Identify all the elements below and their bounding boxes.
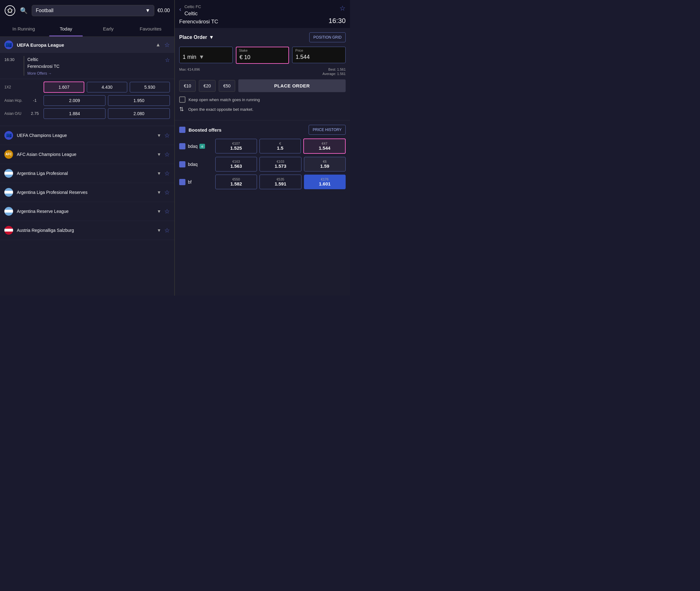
offer-2-checkbox[interactable]	[179, 179, 186, 185]
arg-reserves-star-icon[interactable]: ☆	[164, 189, 170, 196]
odds-section: 1X2 1.607 4.430 5.930 Asian Hcp. -1 2.00…	[0, 79, 174, 126]
austria-star-icon[interactable]: ☆	[164, 226, 170, 234]
arg-reserve-star-icon[interactable]: ☆	[164, 208, 170, 215]
odds-1x2-row: 1X2 1.607 4.430 5.930	[4, 81, 170, 93]
opposite-market-label: Open the exact opposite bet market.	[188, 107, 254, 112]
offer-0-price-1[interactable]: € 1.5	[260, 139, 301, 153]
league-afc[interactable]: AFC AFC Asian Champions League ▼ ☆	[0, 145, 174, 164]
offer-0-badge: e	[199, 144, 205, 149]
austria-chevron-icon: ▼	[157, 228, 161, 233]
europa-star-icon[interactable]: ☆	[164, 41, 170, 49]
opposite-market-row: ⇅ Open the exact opposite bet market.	[179, 106, 346, 113]
expiry-dropdown[interactable]: 1 min ▼	[179, 47, 233, 63]
offer-0-source: bdaq e	[188, 144, 213, 149]
average-hint: Average: 1.561	[323, 72, 346, 76]
league-arg-reserve[interactable]: Argentina Reserve League ▼ ☆	[0, 202, 174, 221]
order-hints: Max: €14,896 Best: 1.561 Average: 1.561	[179, 67, 346, 76]
position-grid-button[interactable]: POSITION GRID	[309, 32, 346, 42]
uefa-europa-icon: 🇪🇺	[4, 41, 13, 49]
champions-name: UEFA Champions League	[17, 133, 157, 138]
league-arg-reserves[interactable]: Argentina Liga Profesional Reserves ▼ ☆	[0, 183, 174, 202]
champions-star-icon[interactable]: ☆	[164, 132, 170, 139]
odds-home-btn[interactable]: 1.607	[44, 81, 84, 93]
asian-ou-odds1-btn[interactable]: 1.884	[44, 108, 106, 119]
offer-0-checkbox[interactable]	[179, 143, 186, 149]
price-field: Price	[292, 47, 346, 64]
offer-1-checkbox[interactable]	[179, 161, 186, 168]
more-offers-link[interactable]: More Offers →	[27, 71, 162, 76]
place-order-main-button[interactable]: PLACE ORDER	[238, 79, 346, 92]
odds-draw-btn[interactable]: 4.430	[87, 82, 127, 92]
quick-stake-50[interactable]: €50	[219, 80, 235, 92]
offer-1-price-0[interactable]: €163 1.563	[215, 157, 257, 172]
tab-early[interactable]: Early	[87, 21, 129, 37]
quick-stake-row: €10 €20 €50 PLACE ORDER	[179, 79, 346, 92]
left-header: 🔍 Football ▼ €0.00	[0, 0, 174, 21]
offer-2-price-1[interactable]: €535 1.591	[260, 175, 301, 189]
league-champions[interactable]: 🇪🇺 UEFA Champions League ▼ ☆	[0, 126, 174, 145]
offer-0-price-0[interactable]: €107 1.525	[215, 139, 257, 153]
keep-open-row: Keep open when match goes in running	[179, 96, 346, 103]
order-form-row: Expiry 1 min ▼ Stake Price	[179, 47, 346, 64]
price-label: Price	[295, 49, 303, 52]
place-order-dropdown[interactable]: Place Order ▼	[179, 35, 214, 40]
league-arg-liga[interactable]: Argentina Liga Profesional ▼ ☆	[0, 164, 174, 183]
right-panel: ‹ ☆ Celtic FC Celtic Ferencvárosi TC 16:…	[175, 0, 350, 296]
best-hint: Best: 1.561	[323, 68, 346, 71]
match-star-icon[interactable]: ☆	[165, 57, 170, 63]
left-search-button[interactable]: 🔍	[19, 6, 28, 15]
expiry-chevron-icon: ▼	[199, 54, 204, 60]
tab-favourites[interactable]: Favourites	[129, 21, 172, 37]
price-history-button[interactable]: PRICE HISTORY	[308, 125, 346, 135]
team-names: Celtic Ferencvárosi TC	[27, 56, 162, 70]
dropdown-arrow-icon: ▼	[145, 8, 150, 13]
boosted-header: Boosted offers PRICE HISTORY	[179, 125, 346, 135]
svg-point-3	[8, 9, 11, 12]
offer-row-2: bf €550 1.582 €535 1.591 €176 1.601	[179, 175, 346, 189]
afc-chevron-icon: ▼	[157, 152, 161, 157]
offer-1-price-2[interactable]: €6 1.59	[304, 157, 346, 172]
quick-stake-20[interactable]: €20	[199, 80, 215, 92]
arg-reserves-chevron-icon: ▼	[157, 190, 161, 195]
champions-chevron-icon: ▼	[157, 133, 161, 138]
arg-liga-star-icon[interactable]: ☆	[164, 170, 170, 177]
austria-icon	[4, 226, 13, 235]
left-sport-dropdown[interactable]: Football ▼	[32, 5, 154, 16]
asian-hcp-row: Asian Hcp. -1 2.009 1.950	[4, 95, 170, 106]
arg-liga-name: Argentina Liga Profesional	[17, 171, 157, 176]
asian-ou-label: Asian O/U	[4, 112, 26, 116]
right-match-header: ‹ ☆ Celtic FC Celtic Ferencvárosi TC 16:…	[175, 0, 350, 28]
quick-stake-10[interactable]: €10	[179, 80, 196, 92]
collapse-icon: ▲	[155, 42, 160, 48]
league-austria[interactable]: Austria Regionalliga Salzburg ▼ ☆	[0, 221, 174, 240]
order-section: Place Order ▼ POSITION GRID Expiry 1 min…	[175, 28, 350, 120]
boosted-checkbox[interactable]	[179, 127, 186, 133]
uefa-europa-header[interactable]: 🇪🇺 UEFA Europa League ▲ ☆	[0, 37, 174, 53]
tab-in-running[interactable]: In Running	[2, 21, 45, 37]
odds-away-btn[interactable]: 5.930	[130, 82, 170, 92]
boosted-title: Boosted offers	[179, 127, 221, 133]
offer-2-price-0[interactable]: €550 1.582	[215, 175, 257, 189]
afc-icon: AFC	[4, 150, 13, 159]
asian-ou-val: 2.75	[28, 111, 41, 116]
asian-ou-odds2-btn[interactable]: 2.080	[108, 108, 170, 119]
offer-0-price-2[interactable]: €47 1.544	[303, 138, 346, 154]
left-panel: 🔍 Football ▼ €0.00 In Running Today Earl…	[0, 0, 175, 296]
offer-1-price-1[interactable]: €103 1.573	[260, 157, 301, 172]
champions-icon: 🇪🇺	[4, 131, 13, 140]
uefa-europa-name: UEFA Europa League	[17, 42, 152, 48]
match-divider	[24, 56, 24, 76]
asian-ou-row: Asian O/U 2.75 1.884 2.080	[4, 108, 170, 119]
offer-2-price-2[interactable]: €176 1.601	[304, 175, 346, 189]
keep-open-checkbox[interactable]	[179, 96, 186, 103]
tab-today[interactable]: Today	[45, 21, 87, 37]
order-chevron-icon: ▼	[209, 35, 214, 40]
afc-star-icon[interactable]: ☆	[164, 151, 170, 158]
asian-hcp-val: -1	[28, 98, 41, 103]
back-button[interactable]: ‹	[179, 6, 182, 13]
arg-liga-chevron-icon: ▼	[157, 171, 161, 176]
right-match-source: Celtic FC	[179, 4, 346, 9]
right-fav-icon[interactable]: ☆	[339, 4, 346, 12]
asian-hcp-odds1-btn[interactable]: 2.009	[44, 95, 106, 106]
asian-hcp-odds2-btn[interactable]: 1.950	[108, 95, 170, 106]
